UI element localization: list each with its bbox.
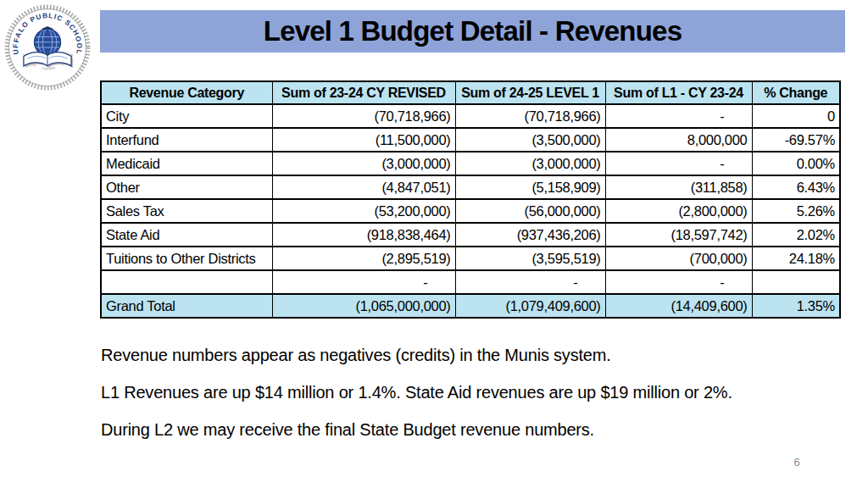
cell-cy-revised: (918,838,464) (272, 223, 455, 247)
cell-category: Tuitions to Other Districts (101, 247, 272, 270)
cell-cy-revised: (1,065,000,000) (272, 294, 455, 318)
notes-block: Revenue numbers appear as negatives (cre… (101, 344, 847, 456)
table-row: City(70,718,966)(70,718,966)-0 (101, 104, 840, 128)
note-l2-state-budget: During L2 we may receive the final State… (101, 419, 847, 441)
cell-category (101, 270, 272, 294)
cell-level1: (937,436,206) (455, 223, 605, 247)
cell-cy-revised: (11,500,000) (272, 128, 455, 152)
cell-level1: (5,158,909) (455, 175, 605, 199)
table-row: Tuitions to Other Districts(2,895,519)(3… (101, 247, 840, 270)
table-row: Other(4,847,051)(5,158,909)(311,858)6.43… (101, 175, 840, 199)
table-row: Sales Tax(53,200,000)(56,000,000)(2,800,… (101, 199, 840, 223)
cell-level1: (56,000,000) (455, 199, 605, 223)
note-l1-revenues-up: L1 Revenues are up $14 million or 1.4%. … (101, 381, 847, 403)
cell-pct-change: 0 (752, 104, 840, 128)
cell-category: Sales Tax (101, 199, 272, 223)
cell-category: City (101, 104, 272, 128)
cell-category: Grand Total (101, 294, 272, 318)
cell-pct-change: 1.35% (752, 294, 840, 318)
cell-cy-revised: - (272, 270, 455, 294)
cell-delta: - (605, 270, 752, 294)
cell-level1: (70,718,966) (455, 104, 605, 128)
cell-cy-revised: (4,847,051) (272, 175, 455, 199)
cell-category: Interfund (101, 128, 272, 152)
cell-level1: (1,079,409,600) (455, 294, 605, 318)
cell-category: Medicaid (101, 152, 272, 175)
cell-pct-change: 5.26% (752, 199, 840, 223)
cell-level1: - (455, 270, 605, 294)
cell-pct-change: -69.57% (752, 128, 840, 152)
cell-pct-change: 24.18% (752, 247, 840, 270)
cell-level1: (3,000,000) (455, 152, 605, 175)
header-l1-cy-delta: Sum of L1 - CY 23-24 (605, 81, 752, 104)
globe-icon (33, 29, 61, 55)
table-row: Medicaid(3,000,000)(3,000,000)-0.00% (101, 152, 840, 175)
cell-pct-change (752, 270, 840, 294)
cell-delta: (311,858) (605, 175, 752, 199)
cell-cy-revised: (53,200,000) (272, 199, 455, 223)
title-bar: Level 1 Budget Detail - Revenues (100, 10, 845, 53)
cell-delta: - (605, 104, 752, 128)
cell-delta: - (605, 152, 752, 175)
cell-delta: (14,409,600) (605, 294, 752, 318)
header-cy-revised: Sum of 23-24 CY REVISED (272, 81, 455, 104)
table-row: --- (101, 270, 840, 294)
header-revenue-category: Revenue Category (101, 81, 272, 104)
revenue-table-body: City(70,718,966)(70,718,966)-0Interfund(… (101, 104, 840, 318)
cell-pct-change: 2.02% (752, 223, 840, 247)
buffalo-public-schools-logo-icon: BUFFALO PUBLIC SCHOOLS responsive releva… (3, 3, 92, 92)
note-munis-credits: Revenue numbers appear as negatives (cre… (101, 344, 847, 366)
grand-total-row: Grand Total(1,065,000,000)(1,079,409,600… (101, 294, 840, 318)
table-row: Interfund(11,500,000)(3,500,000)8,000,00… (101, 128, 840, 152)
revenue-table: Revenue Category Sum of 23-24 CY REVISED… (100, 80, 841, 319)
cell-delta: (2,800,000) (605, 199, 752, 223)
cell-delta: 8,000,000 (605, 128, 752, 152)
cell-delta: (18,597,742) (605, 223, 752, 247)
cell-level1: (3,595,519) (455, 247, 605, 270)
header-level1: Sum of 24-25 LEVEL 1 (455, 81, 605, 104)
table-row: State Aid(918,838,464)(937,436,206)(18,5… (101, 223, 840, 247)
table-header-row: Revenue Category Sum of 23-24 CY REVISED… (101, 81, 840, 104)
cell-pct-change: 6.43% (752, 175, 840, 199)
slide-title: Level 1 Budget Detail - Revenues (264, 15, 682, 47)
cell-pct-change: 0.00% (752, 152, 840, 175)
cell-category: State Aid (101, 223, 272, 247)
page-number: 6 (788, 456, 805, 469)
cell-cy-revised: (2,895,519) (272, 247, 455, 270)
header-pct-change: % Change (752, 81, 840, 104)
cell-cy-revised: (70,718,966) (272, 104, 455, 128)
cell-level1: (3,500,000) (455, 128, 605, 152)
cell-delta: (700,000) (605, 247, 752, 270)
cell-cy-revised: (3,000,000) (272, 152, 455, 175)
cell-category: Other (101, 175, 272, 199)
